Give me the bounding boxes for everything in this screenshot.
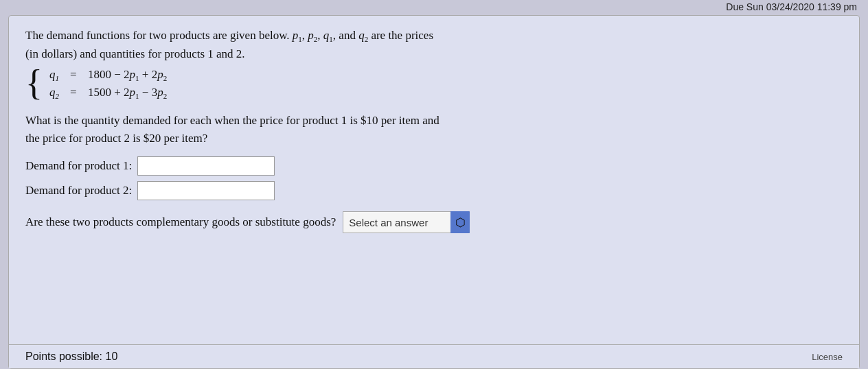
demand2-input[interactable] (137, 181, 275, 200)
points-possible-text: Points possible: 10 (25, 350, 117, 363)
eq2-var: q2 (49, 86, 63, 100)
card-content: The demand functions for two products ar… (9, 16, 859, 344)
demand1-label: Demand for product 1: (25, 159, 132, 173)
eq2-equals: = (70, 86, 81, 99)
due-date-text: Due Sun 03/24/2020 11:39 pm (726, 1, 857, 12)
license-text: License (812, 352, 843, 362)
equations-list: q1 = 1800 − 2p1 + 2p2 q2 = 1500 + 2p1 − … (49, 68, 167, 100)
select-wrapper[interactable]: Select an answer Complementary goods Sub… (343, 211, 470, 233)
complement-row: Are these two products complementary goo… (25, 211, 843, 233)
brace-symbol: { (25, 65, 43, 101)
equation-row-1: q1 = 1800 − 2p1 + 2p2 (49, 68, 167, 82)
demand-row-2: Demand for product 2: (25, 181, 843, 200)
question-text: What is the quantity demanded for each w… (25, 112, 843, 147)
eq1-var: q1 (49, 68, 63, 82)
equation-row-2: q2 = 1500 + 2p1 − 3p2 (49, 86, 167, 100)
demand1-input[interactable] (137, 156, 275, 176)
complement-question-text: Are these two products complementary goo… (25, 215, 336, 229)
intro-text: The demand functions for two products ar… (25, 27, 843, 62)
page-container: Due Sun 03/24/2020 11:39 pm The demand f… (0, 0, 868, 369)
demand2-label: Demand for product 2: (25, 184, 132, 198)
card-footer: Points possible: 10 License (9, 344, 859, 368)
due-header: Due Sun 03/24/2020 11:39 pm (0, 0, 868, 15)
demand-inputs: Demand for product 1: Demand for product… (25, 156, 843, 200)
eq1-equals: = (70, 68, 81, 82)
eq1-formula: 1800 − 2p1 + 2p2 (88, 68, 167, 82)
equations-block: { q1 = 1800 − 2p1 + 2p2 q2 = 1500 + 2p1 … (25, 68, 843, 101)
demand-row-1: Demand for product 1: (25, 156, 843, 176)
select-answer-dropdown[interactable]: Select an answer Complementary goods Sub… (343, 211, 470, 233)
main-card: The demand functions for two products ar… (8, 15, 860, 369)
eq2-formula: 1500 + 2p1 − 3p2 (88, 86, 167, 100)
